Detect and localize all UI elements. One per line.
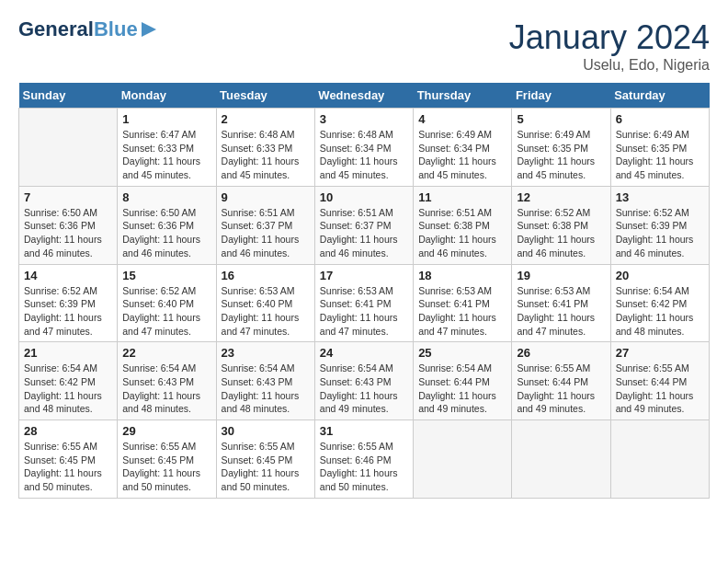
calendar-header-monday: Monday [118, 83, 216, 109]
day-info: Sunrise: 6:54 AM Sunset: 6:42 PM Dayligh… [616, 284, 704, 339]
calendar-cell: 20Sunrise: 6:54 AM Sunset: 6:42 PM Dayli… [610, 264, 709, 342]
day-info: Sunrise: 6:55 AM Sunset: 6:45 PM Dayligh… [222, 440, 310, 494]
calendar-cell: 2Sunrise: 6:48 AM Sunset: 6:33 PM Daylig… [216, 109, 314, 187]
calendar-cell: 21Sunrise: 6:54 AM Sunset: 6:42 PM Dayli… [19, 342, 118, 420]
day-info: Sunrise: 6:52 AM Sunset: 6:39 PM Dayligh… [24, 284, 112, 339]
logo-icon [140, 20, 158, 39]
day-info: Sunrise: 6:54 AM Sunset: 6:44 PM Dayligh… [418, 362, 506, 416]
calendar-header-thursday: Thursday [414, 83, 512, 109]
day-info: Sunrise: 6:52 AM Sunset: 6:39 PM Dayligh… [616, 206, 704, 260]
day-info: Sunrise: 6:51 AM Sunset: 6:37 PM Dayligh… [320, 206, 408, 260]
day-number: 3 [320, 112, 408, 126]
calendar-cell: 7Sunrise: 6:50 AM Sunset: 6:36 PM Daylig… [19, 186, 118, 264]
day-number: 6 [616, 112, 704, 126]
day-number: 19 [517, 269, 605, 282]
calendar-cell: 23Sunrise: 6:54 AM Sunset: 6:43 PM Dayli… [216, 342, 314, 420]
title-block: January 2024 Uselu, Edo, Nigeria [509, 18, 710, 74]
day-number: 27 [616, 346, 704, 360]
calendar-cell: 12Sunrise: 6:52 AM Sunset: 6:38 PM Dayli… [512, 186, 610, 264]
day-number: 17 [320, 269, 408, 282]
calendar-cell [19, 109, 118, 187]
calendar-header-row: SundayMondayTuesdayWednesdayThursdayFrid… [19, 83, 710, 109]
calendar-cell: 18Sunrise: 6:53 AM Sunset: 6:41 PM Dayli… [414, 264, 512, 342]
page-header: GeneralBlue January 2024 Uselu, Edo, Nig… [18, 18, 710, 74]
calendar-cell: 28Sunrise: 6:55 AM Sunset: 6:45 PM Dayli… [19, 420, 118, 499]
day-number: 1 [122, 112, 210, 126]
calendar-cell: 27Sunrise: 6:55 AM Sunset: 6:44 PM Dayli… [610, 342, 709, 420]
day-info: Sunrise: 6:49 AM Sunset: 6:35 PM Dayligh… [517, 128, 605, 182]
day-info: Sunrise: 6:53 AM Sunset: 6:41 PM Dayligh… [320, 284, 408, 339]
calendar-table: SundayMondayTuesdayWednesdayThursdayFrid… [18, 83, 710, 499]
day-number: 11 [418, 190, 506, 204]
calendar-cell: 29Sunrise: 6:55 AM Sunset: 6:45 PM Dayli… [118, 420, 216, 499]
day-info: Sunrise: 6:54 AM Sunset: 6:43 PM Dayligh… [122, 362, 210, 416]
day-info: Sunrise: 6:49 AM Sunset: 6:34 PM Dayligh… [418, 128, 506, 182]
calendar-cell: 11Sunrise: 6:51 AM Sunset: 6:38 PM Dayli… [414, 186, 512, 264]
calendar-cell: 19Sunrise: 6:53 AM Sunset: 6:41 PM Dayli… [512, 264, 610, 342]
calendar-cell: 26Sunrise: 6:55 AM Sunset: 6:44 PM Dayli… [512, 342, 610, 420]
day-info: Sunrise: 6:51 AM Sunset: 6:37 PM Dayligh… [222, 206, 310, 260]
calendar-cell: 25Sunrise: 6:54 AM Sunset: 6:44 PM Dayli… [414, 342, 512, 420]
calendar-cell: 24Sunrise: 6:54 AM Sunset: 6:43 PM Dayli… [314, 342, 413, 420]
calendar-cell: 17Sunrise: 6:53 AM Sunset: 6:41 PM Dayli… [314, 264, 413, 342]
day-number: 24 [320, 346, 408, 360]
day-info: Sunrise: 6:52 AM Sunset: 6:38 PM Dayligh… [517, 206, 605, 260]
day-info: Sunrise: 6:54 AM Sunset: 6:43 PM Dayligh… [320, 362, 408, 416]
day-info: Sunrise: 6:55 AM Sunset: 6:45 PM Dayligh… [24, 440, 112, 494]
day-number: 31 [320, 424, 408, 438]
day-number: 22 [122, 346, 210, 360]
day-number: 23 [222, 346, 310, 360]
day-number: 18 [418, 269, 506, 282]
day-number: 14 [24, 269, 112, 282]
day-info: Sunrise: 6:55 AM Sunset: 6:45 PM Dayligh… [122, 440, 210, 494]
calendar-cell: 14Sunrise: 6:52 AM Sunset: 6:39 PM Dayli… [19, 264, 118, 342]
day-info: Sunrise: 6:54 AM Sunset: 6:42 PM Dayligh… [24, 362, 112, 416]
calendar-cell: 16Sunrise: 6:53 AM Sunset: 6:40 PM Dayli… [216, 264, 314, 342]
calendar-header-tuesday: Tuesday [216, 83, 314, 109]
calendar-cell [414, 420, 512, 499]
calendar-week-row: 1Sunrise: 6:47 AM Sunset: 6:33 PM Daylig… [19, 109, 710, 187]
day-number: 25 [418, 346, 506, 360]
day-number: 21 [24, 346, 112, 360]
calendar-header-sunday: Sunday [19, 83, 118, 109]
day-number: 20 [616, 269, 704, 282]
calendar-cell: 3Sunrise: 6:48 AM Sunset: 6:34 PM Daylig… [314, 109, 413, 187]
day-info: Sunrise: 6:50 AM Sunset: 6:36 PM Dayligh… [122, 206, 210, 260]
day-number: 28 [24, 424, 112, 438]
calendar-cell: 5Sunrise: 6:49 AM Sunset: 6:35 PM Daylig… [512, 109, 610, 187]
calendar-cell: 1Sunrise: 6:47 AM Sunset: 6:33 PM Daylig… [118, 109, 216, 187]
calendar-cell: 10Sunrise: 6:51 AM Sunset: 6:37 PM Dayli… [314, 186, 413, 264]
day-info: Sunrise: 6:53 AM Sunset: 6:41 PM Dayligh… [517, 284, 605, 339]
day-number: 5 [517, 112, 605, 126]
calendar-cell: 9Sunrise: 6:51 AM Sunset: 6:37 PM Daylig… [216, 186, 314, 264]
day-info: Sunrise: 6:52 AM Sunset: 6:40 PM Dayligh… [122, 284, 210, 339]
calendar-week-row: 28Sunrise: 6:55 AM Sunset: 6:45 PM Dayli… [19, 420, 710, 499]
calendar-cell [512, 420, 610, 499]
calendar-cell [610, 420, 709, 499]
calendar-header-wednesday: Wednesday [314, 83, 413, 109]
day-info: Sunrise: 6:55 AM Sunset: 6:46 PM Dayligh… [320, 440, 408, 494]
day-number: 2 [222, 112, 310, 126]
day-number: 13 [616, 190, 704, 204]
day-info: Sunrise: 6:48 AM Sunset: 6:34 PM Dayligh… [320, 128, 408, 182]
logo-text: GeneralBlue [18, 18, 138, 40]
calendar-cell: 4Sunrise: 6:49 AM Sunset: 6:34 PM Daylig… [414, 109, 512, 187]
calendar-cell: 6Sunrise: 6:49 AM Sunset: 6:35 PM Daylig… [610, 109, 709, 187]
day-info: Sunrise: 6:55 AM Sunset: 6:44 PM Dayligh… [616, 362, 704, 416]
day-info: Sunrise: 6:47 AM Sunset: 6:33 PM Dayligh… [122, 128, 210, 182]
day-info: Sunrise: 6:51 AM Sunset: 6:38 PM Dayligh… [418, 206, 506, 260]
day-info: Sunrise: 6:48 AM Sunset: 6:33 PM Dayligh… [222, 128, 310, 182]
calendar-cell: 31Sunrise: 6:55 AM Sunset: 6:46 PM Dayli… [314, 420, 413, 499]
day-number: 12 [517, 190, 605, 204]
calendar-cell: 15Sunrise: 6:52 AM Sunset: 6:40 PM Dayli… [118, 264, 216, 342]
calendar-cell: 8Sunrise: 6:50 AM Sunset: 6:36 PM Daylig… [118, 186, 216, 264]
calendar-header-friday: Friday [512, 83, 610, 109]
day-number: 4 [418, 112, 506, 126]
day-info: Sunrise: 6:55 AM Sunset: 6:44 PM Dayligh… [517, 362, 605, 416]
day-number: 9 [222, 190, 310, 204]
day-number: 8 [122, 190, 210, 204]
day-info: Sunrise: 6:49 AM Sunset: 6:35 PM Dayligh… [616, 128, 704, 182]
subtitle: Uselu, Edo, Nigeria [509, 57, 710, 74]
day-number: 29 [122, 424, 210, 438]
calendar-week-row: 7Sunrise: 6:50 AM Sunset: 6:36 PM Daylig… [19, 186, 710, 264]
